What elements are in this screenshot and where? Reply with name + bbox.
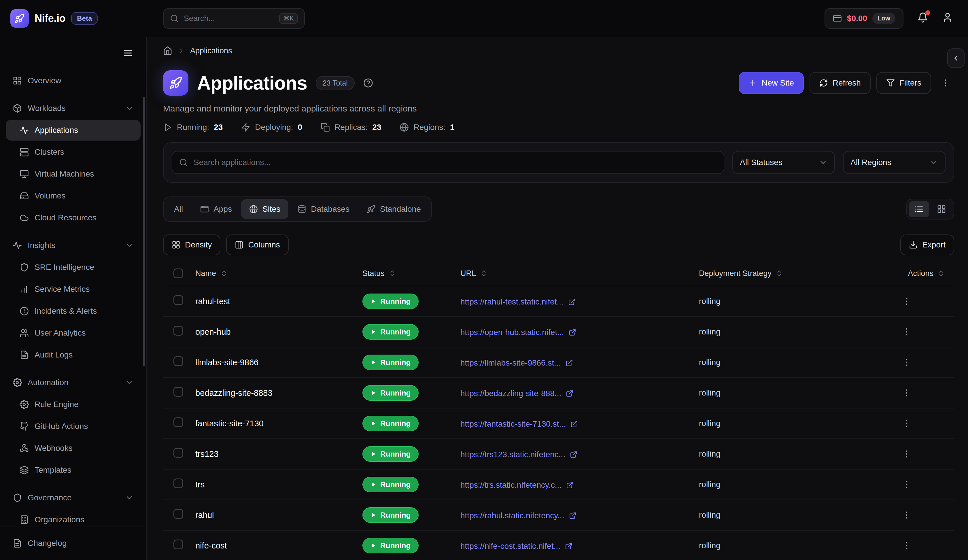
app-name[interactable]: open-hub (195, 327, 363, 337)
columns-label: Columns (248, 240, 280, 250)
sidebar-item-rule-engine[interactable]: Rule Engine (6, 394, 141, 415)
deployment-strategy: rolling (699, 541, 883, 550)
play-icon (370, 482, 376, 487)
column-header-name[interactable]: Name (195, 269, 363, 278)
refresh-button[interactable]: Refresh (810, 72, 870, 94)
sidebar-item-cloud-resources[interactable]: Cloud Resources (6, 207, 141, 228)
more-options-button[interactable] (937, 73, 954, 93)
app-url-link[interactable]: https://open-hub.static.nifet... (460, 328, 576, 337)
sidebar-item-webhooks[interactable]: Webhooks (6, 438, 141, 459)
sidebar-scrollbar[interactable] (143, 97, 145, 366)
row-checkbox[interactable] (174, 479, 183, 488)
app-url-link[interactable]: https://fantastic-site-7130.st... (460, 419, 578, 429)
status-filter-select[interactable]: All Statuses (732, 151, 835, 174)
sidebar-item-insights[interactable]: Insights (6, 235, 141, 256)
app-url-link[interactable]: https://nife-cost.static.nifet... (460, 542, 572, 551)
sidebar-item-templates[interactable]: Templates (6, 460, 141, 480)
tab-sites[interactable]: Sites (241, 199, 288, 219)
sidebar-item-workloads[interactable]: Workloads (6, 98, 141, 119)
app-name[interactable]: llmlabs-site-9866 (195, 358, 363, 367)
app-url-link[interactable]: https://rahul-test.static.nifet... (460, 297, 575, 307)
column-header-url[interactable]: URL (460, 269, 699, 278)
row-checkbox[interactable] (174, 387, 183, 397)
app-url-link[interactable]: https://llmlabs-site-9866.st... (460, 358, 573, 368)
row-checkbox[interactable] (174, 418, 183, 427)
sidebar-item-service-metrics[interactable]: Service Metrics (6, 279, 141, 300)
row-checkbox[interactable] (174, 509, 183, 519)
stat-value: 0 (298, 123, 303, 132)
collapse-panel-button[interactable] (947, 48, 965, 68)
column-header-status[interactable]: Status (363, 269, 460, 278)
global-search-input[interactable]: Search... ⌘K (163, 8, 305, 29)
sidebar-item-changelog[interactable]: Changelog (6, 533, 141, 554)
url-cell: https://open-hub.static.nifet... (460, 326, 699, 337)
row-checkbox[interactable] (174, 448, 183, 458)
tab-databases[interactable]: Databases (290, 199, 358, 219)
sidebar-item-label: Automation (28, 378, 68, 387)
column-header-actions[interactable]: Actions (883, 269, 954, 278)
select-all-checkbox[interactable] (174, 268, 183, 278)
app-url-link[interactable]: https://trs123.static.nifetenc... (460, 450, 577, 459)
row-actions-button[interactable] (902, 510, 912, 520)
applications-search-input[interactable]: Search applications... (172, 151, 724, 174)
row-actions-button[interactable] (902, 449, 912, 459)
row-actions-button[interactable] (902, 388, 912, 398)
notifications-button[interactable] (917, 12, 928, 25)
row-actions-button[interactable] (902, 358, 912, 367)
sidebar-item-governance[interactable]: Governance (6, 487, 141, 508)
tab-all[interactable]: All (166, 199, 191, 219)
region-filter-select[interactable]: All Regions (843, 151, 946, 174)
sidebar-item-user-analytics[interactable]: User Analytics (6, 323, 141, 343)
user-menu-button[interactable] (942, 12, 953, 25)
list-view-button[interactable] (909, 201, 930, 217)
app-name[interactable]: trs123 (195, 449, 363, 459)
filters-button[interactable]: Filters (877, 72, 931, 94)
app-name[interactable]: bedazzling-site-8883 (195, 388, 363, 398)
row-actions-button[interactable] (902, 419, 912, 428)
brand[interactable]: Nife.io Beta (0, 9, 147, 28)
app-url-link[interactable]: https://trs.static.nifetency.c... (460, 480, 574, 490)
sidebar-item-volumes[interactable]: Volumes (6, 186, 141, 206)
row-actions-button[interactable] (902, 480, 912, 489)
row-actions-button[interactable] (902, 327, 912, 337)
tab-apps[interactable]: Apps (192, 199, 240, 219)
sidebar-item-applications[interactable]: Applications (6, 120, 141, 141)
table-row: open-hub Running https://open-hub.static… (163, 317, 954, 347)
app-url-link[interactable]: https://rahul.static.nifetency... (460, 511, 577, 520)
sidebar-item-overview[interactable]: Overview (6, 70, 141, 91)
columns-button[interactable]: Columns (226, 234, 288, 255)
github-icon (20, 422, 29, 431)
column-header-deployment-strategy[interactable]: Deployment Strategy (699, 269, 883, 278)
app-name[interactable]: rahul (195, 510, 363, 520)
billing-pill[interactable]: $0.00 Low (824, 8, 903, 29)
sidebar-item-incidents-alerts[interactable]: Incidents & Alerts (6, 301, 141, 321)
new-site-button[interactable]: New Site (739, 72, 804, 94)
sidebar-item-virtual-machines[interactable]: Virtual Machines (6, 164, 141, 184)
export-button[interactable]: Export (900, 234, 954, 255)
sidebar-item-github-actions[interactable]: GitHub Actions (6, 416, 141, 437)
rocket-icon (367, 205, 375, 214)
app-name[interactable]: rahul-test (195, 297, 363, 306)
sidebar-toggle-button[interactable] (120, 45, 136, 61)
row-actions-button[interactable] (902, 541, 912, 550)
balance-low-badge: Low (872, 13, 895, 24)
help-button[interactable] (363, 78, 373, 88)
grid-view-button[interactable] (931, 201, 952, 217)
row-actions-button[interactable] (902, 297, 912, 306)
sidebar-item-automation[interactable]: Automation (6, 372, 141, 393)
app-name[interactable]: fantastic-site-7130 (195, 419, 363, 428)
app-name[interactable]: trs (195, 480, 363, 489)
row-checkbox[interactable] (174, 540, 183, 549)
sidebar-item-organizations[interactable]: Organizations (6, 509, 141, 527)
tab-standalone[interactable]: Standalone (359, 199, 429, 219)
sidebar-item-sre-intelligence[interactable]: SRE Intelligence (6, 257, 141, 278)
app-name[interactable]: nife-cost (195, 541, 363, 550)
row-checkbox[interactable] (174, 326, 183, 336)
row-checkbox[interactable] (174, 295, 183, 305)
app-url-link[interactable]: https://bedazzling-site-888... (460, 389, 573, 398)
row-checkbox[interactable] (174, 356, 183, 366)
sidebar-item-clusters[interactable]: Clusters (6, 142, 141, 162)
sidebar-item-audit-logs[interactable]: Audit Logs (6, 345, 141, 365)
density-button[interactable]: Density (163, 234, 220, 255)
breadcrumb-home[interactable] (163, 46, 172, 55)
